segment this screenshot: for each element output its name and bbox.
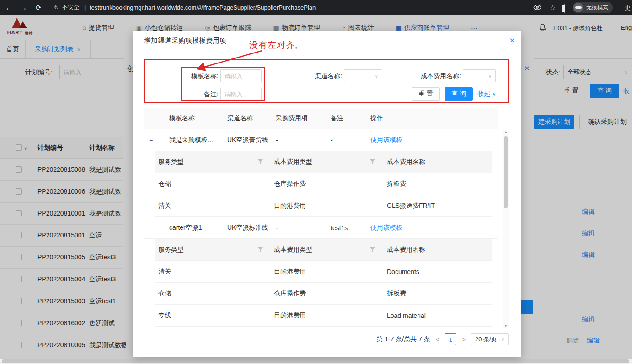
security-warning-icon[interactable]: ⚠	[53, 0, 58, 15]
next-page-icon[interactable]: >	[462, 336, 466, 343]
modal-scrollbar-thumb[interactable]	[504, 136, 508, 208]
modal-scrollbar[interactable]: ▴ ▾	[503, 130, 509, 328]
template-row: − 我是采购模板... UK空派普货线 - - 使用该模板	[144, 129, 498, 151]
chevron-up-icon: ∧	[492, 91, 496, 97]
filter-icon[interactable]	[258, 159, 263, 164]
prev-page-icon[interactable]: <	[436, 336, 439, 343]
page-number[interactable]: 1	[445, 333, 456, 345]
filter-icon[interactable]	[370, 159, 375, 164]
fee-row: 仓储 仓库操作费 拆板费	[155, 283, 492, 305]
modal-collapse-link[interactable]: 收起 ∧	[477, 90, 496, 98]
address-bar[interactable]: testtrunkbookingmgr.hart-worldwide.com/#…	[90, 0, 316, 15]
browser-refresh-icon[interactable]: ⟳	[36, 0, 42, 15]
fee-sub-table: 服务类型 成本费用类型 成本费用名称 清关 目的港费用 Documents 仓储…	[155, 239, 492, 327]
channel-name-label: 渠道名称:	[301, 69, 342, 82]
favorite-star-icon[interactable]: ☆	[550, 0, 556, 15]
security-label: 不安全	[62, 0, 80, 15]
chevron-down-icon: ∨	[375, 74, 378, 79]
split-screen-icon[interactable]	[564, 5, 565, 13]
remark-label: 备注:	[177, 88, 219, 100]
horizontal-scrollbar-thumb[interactable]	[2, 359, 629, 363]
sub-table-header: 服务类型 成本费用类型 成本费用名称	[155, 239, 492, 261]
browser-chrome: ← → ⟳ ⚠ 不安全 | testtrunkbookingmgr.hart-w…	[0, 0, 632, 15]
pagination-summary: 第 1-7 条/总共 7 条	[376, 335, 430, 343]
profile-avatar	[573, 3, 583, 12]
browser-more-button[interactable]: 更	[625, 0, 631, 15]
sub-table-header: 服务类型 成本费用类型 成本费用名称	[155, 151, 492, 173]
channel-select[interactable]: ∨	[344, 69, 382, 82]
collapse-row-icon[interactable]: −	[149, 224, 153, 232]
fee-row: 专线 目的港费用 Load material	[155, 305, 492, 327]
browser-forward-icon[interactable]: →	[20, 0, 27, 15]
filter-icon[interactable]	[258, 247, 263, 252]
remark-input[interactable]	[220, 88, 262, 100]
fee-sub-table: 服务类型 成本费用类型 成本费用名称 仓储 仓库操作费 拆板费 清关 目的港费用…	[155, 151, 492, 217]
chevron-down-icon: ∨	[501, 337, 504, 342]
browser-back-icon[interactable]: ←	[5, 0, 12, 15]
modal-close-icon[interactable]: ✕	[509, 37, 515, 45]
fee-row: 清关 目的港费用 Documents	[155, 261, 492, 283]
use-template-link[interactable]: 使用该模板	[370, 136, 402, 143]
url-divider: |	[84, 0, 86, 15]
annotation-arrow	[190, 47, 268, 75]
incognito-label: 无痕模式	[586, 4, 608, 11]
scroll-down-icon[interactable]: ▾	[503, 324, 509, 328]
template-row: − carter空派1 UK空派标准线 - test1s 使用该模板	[144, 217, 498, 239]
modal-reset-button[interactable]: 重 置	[412, 87, 440, 101]
page-size-select[interactable]: 20 条/页 ∨	[471, 333, 509, 345]
cost-fee-name-label: 成本费用名称:	[410, 69, 461, 82]
chevron-down-icon: ∨	[488, 74, 492, 79]
tracking-prevention-icon[interactable]	[533, 4, 541, 12]
fee-row: 清关 目的港费用 GLS派送费FR/IT	[155, 195, 492, 217]
fee-row: 仓储 仓库操作费 拆板费	[155, 173, 492, 195]
modal-query-button[interactable]: 查 询	[445, 87, 473, 101]
horizontal-scrollbar[interactable]	[0, 359, 632, 364]
cost-fee-select[interactable]: ∨	[463, 69, 496, 82]
filter-icon[interactable]	[370, 247, 375, 252]
template-table: 模板名称 渠道名称 采购费用项 备注 操作 − 我是采购模板... UK空派普货…	[144, 108, 498, 327]
template-table-header: 模板名称 渠道名称 采购费用项 备注 操作	[144, 108, 498, 129]
collapse-row-icon[interactable]: −	[149, 137, 153, 144]
pagination: 第 1-7 条/总共 7 条 < 1 > 20 条/页 ∨	[376, 333, 509, 345]
incognito-badge[interactable]: 无痕模式	[573, 2, 613, 13]
add-template-fee-modal: 增加渠道采购项模板费用项 ✕ 模板名称: 渠道名称: ∨ 成本费用名称: ∨ 备…	[133, 31, 521, 357]
scroll-up-icon[interactable]: ▴	[503, 130, 509, 134]
use-template-link[interactable]: 使用该模板	[370, 224, 402, 231]
